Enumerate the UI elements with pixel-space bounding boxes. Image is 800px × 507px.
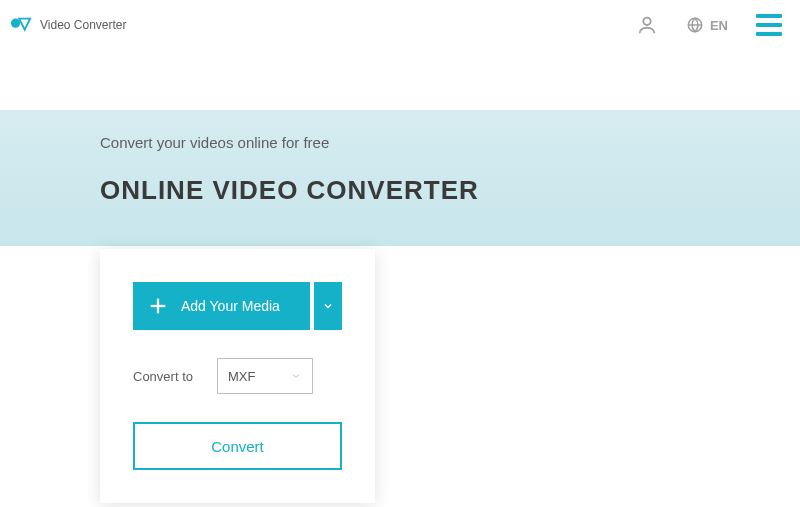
svg-point-1 xyxy=(643,18,650,25)
format-select[interactable]: MXF xyxy=(217,358,313,394)
add-media-button[interactable]: Add Your Media xyxy=(133,282,310,330)
converter-card: Add Your Media Convert to MXF Convert xyxy=(100,249,375,503)
globe-icon xyxy=(686,16,704,34)
header-right: EN xyxy=(636,14,782,36)
brand-name: Video Converter xyxy=(40,18,127,32)
language-label: EN xyxy=(710,18,728,33)
language-selector[interactable]: EN xyxy=(686,16,728,34)
hero-title: ONLINE VIDEO CONVERTER xyxy=(100,175,800,206)
chevron-down-icon xyxy=(290,370,302,382)
hero-section: Convert your videos online for free ONLI… xyxy=(0,110,800,246)
convert-to-label: Convert to xyxy=(133,369,193,384)
add-media-label: Add Your Media xyxy=(181,298,280,314)
menu-button[interactable] xyxy=(756,14,782,36)
header-left: Video Converter xyxy=(10,14,127,36)
svg-point-0 xyxy=(11,19,20,28)
convert-to-row: Convert to MXF xyxy=(133,358,342,394)
add-media-dropdown[interactable] xyxy=(314,282,342,330)
chevron-down-icon xyxy=(322,300,334,312)
add-media-row: Add Your Media xyxy=(133,282,342,330)
user-icon[interactable] xyxy=(636,14,658,36)
convert-button[interactable]: Convert xyxy=(133,422,342,470)
hero-subtitle: Convert your videos online for free xyxy=(100,134,800,151)
logo-icon xyxy=(10,14,32,36)
plus-icon xyxy=(147,295,169,317)
format-selected-value: MXF xyxy=(228,369,255,384)
header: Video Converter EN xyxy=(0,0,800,50)
